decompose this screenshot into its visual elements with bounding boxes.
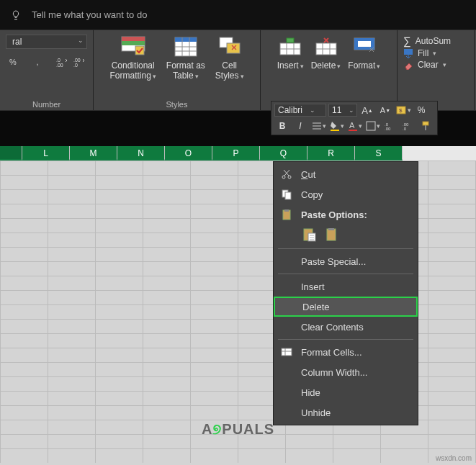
fill-color-button[interactable]: ▾ xyxy=(328,119,344,133)
format-painter-button[interactable] xyxy=(418,119,434,133)
increase-decimal-button[interactable]: .0.00 xyxy=(382,119,398,133)
accounting-format-button[interactable]: $▾ xyxy=(395,103,411,117)
decrease-decimal-button[interactable]: .00.0 xyxy=(72,55,86,69)
svg-rect-9 xyxy=(175,37,197,42)
group-styles: Conditional Formatting Format as Table C… xyxy=(94,30,261,110)
svg-rect-49 xyxy=(327,229,336,240)
autosum-button[interactable]: ∑ AutoSum xyxy=(403,35,451,47)
conditional-formatting-icon xyxy=(121,35,145,59)
ctx-paste-options-header: Paste Options: xyxy=(274,204,418,225)
svg-rect-31 xyxy=(331,130,339,131)
format-icon xyxy=(352,35,377,59)
col-header[interactable]: Q xyxy=(260,146,307,161)
ctx-delete[interactable]: Delete xyxy=(274,297,418,317)
percent-button[interactable]: % xyxy=(413,103,429,117)
increase-decimal-button[interactable]: .0.00 xyxy=(55,55,69,69)
paste-values-icon[interactable] xyxy=(325,227,340,242)
mini-toolbar: Calibri⌄ 11⌄ A▲ A▼ $▾ % B I ▾ ▾ A▾ ▾ .0.… xyxy=(271,101,438,135)
col-header[interactable]: P xyxy=(212,146,260,161)
group-label-styles: Styles xyxy=(99,99,254,109)
ctx-format-cells[interactable]: Format Cells... xyxy=(274,342,418,362)
cell-styles-button[interactable]: Cell Styles xyxy=(215,35,244,81)
percent-button[interactable]: % xyxy=(6,55,20,69)
lightbulb-icon xyxy=(10,9,22,21)
mini-size-combo[interactable]: 11⌄ xyxy=(328,104,357,117)
ctx-paste-options-row xyxy=(274,225,418,246)
separator xyxy=(278,248,413,249)
svg-rect-51 xyxy=(282,348,292,356)
tell-me-input[interactable] xyxy=(32,9,248,20)
svg-text:.00: .00 xyxy=(56,63,63,67)
format-as-table-icon xyxy=(174,35,198,59)
group-cells: Insert Delete Format xyxy=(261,30,398,110)
decrease-font-button[interactable]: A▼ xyxy=(377,103,393,117)
col-header[interactable]: S xyxy=(355,146,403,161)
conditional-formatting-button[interactable]: Conditional Formatting xyxy=(109,35,156,81)
credit-text: wsxdn.com xyxy=(436,454,472,462)
align-button[interactable]: ▾ xyxy=(310,119,326,133)
delete-cells-button[interactable]: Delete xyxy=(311,35,341,71)
ctx-copy[interactable]: Copy xyxy=(274,184,418,204)
insert-cells-button[interactable]: Insert xyxy=(277,35,304,71)
fill-button[interactable]: Fill▾ xyxy=(403,48,451,58)
eraser-icon xyxy=(403,60,413,70)
col-header[interactable]: R xyxy=(307,146,355,161)
col-header[interactable]: L xyxy=(22,146,70,161)
svg-rect-39 xyxy=(423,122,428,125)
italic-button[interactable]: I xyxy=(292,119,308,133)
chevron-down-icon: ⌄ xyxy=(78,37,84,44)
increase-font-button[interactable]: A▲ xyxy=(359,103,375,117)
ctx-column-width[interactable]: Column Width... xyxy=(274,362,418,382)
svg-text:.0: .0 xyxy=(73,63,78,67)
paste-icon[interactable] xyxy=(302,227,317,242)
ctx-clear-contents[interactable]: Clear Contents xyxy=(274,317,418,337)
svg-rect-27 xyxy=(358,41,371,47)
svg-text:.00: .00 xyxy=(73,58,81,63)
number-format-combo[interactable]: ral ⌄ xyxy=(6,35,87,49)
svg-rect-50 xyxy=(328,228,334,230)
svg-rect-46 xyxy=(284,209,289,212)
context-menu: Cut Copy Paste Options: Paste Special...… xyxy=(273,161,418,425)
comma-style-button[interactable]: , xyxy=(30,55,45,69)
svg-rect-5 xyxy=(122,37,145,41)
number-format-value: ral xyxy=(12,37,22,47)
tell-me-bar xyxy=(0,0,476,30)
ctx-insert[interactable]: Insert xyxy=(274,276,418,297)
borders-button[interactable]: ▾ xyxy=(364,119,380,133)
ctx-hide[interactable]: Hide xyxy=(274,382,418,402)
clear-button[interactable]: Clear▾ xyxy=(403,60,451,70)
fill-down-icon xyxy=(403,48,413,58)
svg-point-41 xyxy=(282,176,285,179)
svg-text:A: A xyxy=(349,121,355,130)
decrease-decimal-button[interactable]: .00.0 xyxy=(400,119,416,133)
scissors-icon xyxy=(279,167,294,181)
ctx-unhide[interactable]: Unhide xyxy=(274,402,418,423)
separator xyxy=(278,274,413,274)
svg-text:.0: .0 xyxy=(403,127,407,131)
clipboard-icon xyxy=(279,207,294,222)
font-color-button[interactable]: A▾ xyxy=(346,119,362,133)
col-header[interactable]: M xyxy=(70,146,117,161)
svg-rect-7 xyxy=(135,46,144,55)
chevron-down-icon: ⌄ xyxy=(310,107,315,114)
group-number: ral ⌄ % , .0.00 .00.0 Number xyxy=(0,30,94,110)
separator xyxy=(278,339,413,340)
insert-cells-icon xyxy=(278,35,302,59)
format-cells-button[interactable]: Format xyxy=(348,35,380,71)
mini-font-combo[interactable]: Calibri⌄ xyxy=(274,104,326,117)
svg-text:$: $ xyxy=(399,107,403,114)
col-header[interactable]: N xyxy=(117,146,165,161)
format-as-table-button[interactable]: Format as Table xyxy=(166,35,205,81)
bold-button[interactable]: B xyxy=(274,119,290,133)
svg-point-42 xyxy=(288,176,291,179)
ctx-paste-special[interactable]: Paste Special... xyxy=(274,251,418,271)
ctx-cut[interactable]: Cut xyxy=(274,164,418,184)
svg-rect-33 xyxy=(349,130,357,131)
col-header[interactable]: O xyxy=(165,146,212,161)
svg-rect-28 xyxy=(404,49,413,55)
column-headers: L M N O P Q R S xyxy=(0,146,476,161)
col-header[interactable] xyxy=(0,146,22,161)
format-cells-icon xyxy=(279,345,294,359)
chevron-down-icon: ⌄ xyxy=(349,107,354,114)
svg-text:.00: .00 xyxy=(385,127,391,131)
